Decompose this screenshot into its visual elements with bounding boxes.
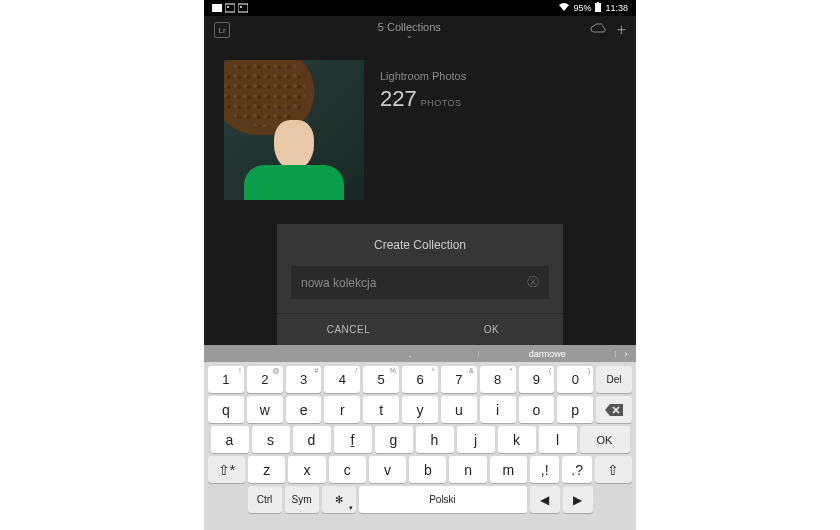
key-o[interactable]: o [519,396,555,423]
key-r[interactable]: r [324,396,360,423]
key-j[interactable]: j [457,426,495,453]
key-6[interactable]: 6^ [402,366,438,393]
add-icon[interactable]: + [617,21,626,39]
key-2[interactable]: 2@ [247,366,283,393]
key-s[interactable]: s [252,426,290,453]
key-sym[interactable]: Sym [285,486,319,513]
status-left-icons [212,3,248,13]
key-1[interactable]: 1! [208,366,244,393]
suggestion-3[interactable]: darmowe [479,349,616,359]
collection-row[interactable]: Lightroom Photos 227PHOTOS [224,60,616,200]
header-title-group[interactable]: 5 Collections ⌄ [378,21,441,40]
key-p[interactable]: p [557,396,593,423]
svg-rect-5 [595,3,601,12]
key-t[interactable]: t [363,396,399,423]
suggestion-bar: . darmowe › [204,345,636,362]
virtual-keyboard: . darmowe › 1!2@3#4/5%6^7&8*9(0)Del qwer… [204,345,636,530]
key-g[interactable]: g [375,426,413,453]
key-settings[interactable]: ✻▾ [322,486,356,513]
key-arrow-right[interactable]: ▶ [563,486,593,513]
cloud-sync-icon[interactable] [589,22,607,38]
content-area: Lightroom Photos 227PHOTOS Create Collec… [204,44,636,216]
dialog-input-row: ⓧ [291,266,549,299]
key-f[interactable]: f [334,426,372,453]
key-delete[interactable]: Del [596,366,632,393]
key-spacebar[interactable]: Polski [359,486,527,513]
key-shift-right[interactable]: ⇧ [595,456,632,483]
key-period[interactable]: .? [562,456,591,483]
key-n[interactable]: n [449,456,486,483]
key-d[interactable]: d [293,426,331,453]
notification-icon [212,3,222,13]
lightroom-logo-icon[interactable]: Lr [214,22,230,38]
key-4[interactable]: 4/ [324,366,360,393]
status-bar: 95% 11:38 [204,0,636,16]
cancel-button[interactable]: CANCEL [277,314,420,345]
key-u[interactable]: u [441,396,477,423]
image-icon [225,3,235,13]
chevron-down-icon: ⌄ [406,31,413,40]
key-e[interactable]: e [286,396,322,423]
photo-count: 227PHOTOS [380,86,466,112]
status-right: 95% 11:38 [559,2,628,14]
key-arrow-left[interactable]: ◀ [530,486,560,513]
battery-percent: 95% [573,3,591,13]
collection-name: Lightroom Photos [380,70,466,82]
key-a[interactable]: a [211,426,249,453]
svg-rect-1 [225,4,235,12]
collection-info: Lightroom Photos 227PHOTOS [380,60,466,200]
key-7[interactable]: 7& [441,366,477,393]
key-k[interactable]: k [498,426,536,453]
key-q[interactable]: q [208,396,244,423]
svg-rect-3 [238,4,248,12]
suggestion-expand-icon[interactable]: › [616,349,636,359]
key-y[interactable]: y [402,396,438,423]
key-v[interactable]: v [369,456,406,483]
battery-icon [595,2,601,14]
key-5[interactable]: 5% [363,366,399,393]
svg-rect-6 [597,2,599,3]
svg-rect-0 [212,4,222,12]
key-3[interactable]: 3# [286,366,322,393]
key-8[interactable]: 8* [480,366,516,393]
collection-name-input[interactable] [301,276,527,290]
clock-time: 11:38 [605,3,628,13]
key-comma[interactable]: ,! [530,456,559,483]
image-icon-2 [238,3,248,13]
key-backspace[interactable] [596,396,632,423]
svg-point-2 [227,6,229,8]
key-m[interactable]: m [490,456,527,483]
suggestion-2[interactable]: . [341,349,478,359]
key-l[interactable]: l [539,426,577,453]
wifi-icon [559,3,569,13]
collection-thumbnail [224,60,364,200]
key-ok[interactable]: OK [580,426,630,453]
key-0[interactable]: 0) [557,366,593,393]
app-header: Lr 5 Collections ⌄ + [204,16,636,44]
ok-button[interactable]: OK [420,314,563,345]
key-ctrl[interactable]: Ctrl [248,486,282,513]
key-c[interactable]: c [329,456,366,483]
create-collection-dialog: Create Collection ⓧ CANCEL OK [277,224,563,345]
clear-input-icon[interactable]: ⓧ [527,274,539,291]
key-i[interactable]: i [480,396,516,423]
key-w[interactable]: w [247,396,283,423]
dialog-buttons: CANCEL OK [277,313,563,345]
key-b[interactable]: b [409,456,446,483]
dialog-title: Create Collection [277,238,563,266]
key-shift[interactable]: ⇧* [208,456,245,483]
key-z[interactable]: z [248,456,285,483]
svg-point-4 [240,6,242,8]
key-x[interactable]: x [288,456,325,483]
key-9[interactable]: 9( [519,366,555,393]
key-h[interactable]: h [416,426,454,453]
